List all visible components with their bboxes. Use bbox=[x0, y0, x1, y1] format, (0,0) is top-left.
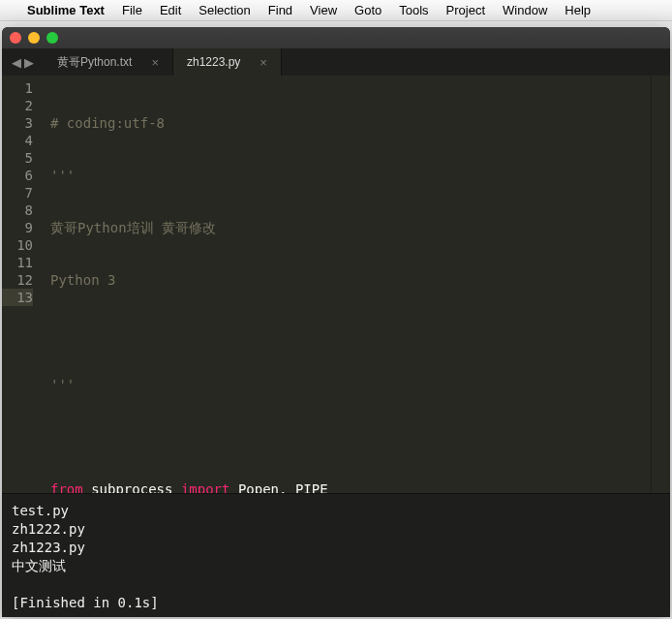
line-number: 4 bbox=[2, 132, 33, 149]
menu-selection[interactable]: Selection bbox=[199, 3, 250, 17]
tab-label: zh1223.py bbox=[187, 55, 240, 69]
code-text: ''' bbox=[50, 168, 75, 183]
code-text: coding:utf-8 bbox=[58, 115, 165, 131]
console-line: zh1222.py bbox=[12, 521, 85, 537]
zoom-window-button[interactable] bbox=[46, 32, 58, 44]
console-line: zh1223.py bbox=[12, 540, 85, 555]
code-text: 黄哥Python培训 黄哥修改 bbox=[50, 220, 216, 235]
tab-file-1[interactable]: 黄哥Python.txt × bbox=[44, 48, 173, 76]
line-number: 5 bbox=[2, 149, 33, 167]
close-tab-icon[interactable]: × bbox=[151, 55, 159, 70]
macos-menubar: Sublime Text File Edit Selection Find Vi… bbox=[0, 0, 672, 21]
window-titlebar[interactable] bbox=[2, 27, 670, 48]
line-number-gutter: 1 2 3 4 5 6 7 8 9 10 11 12 13 bbox=[2, 76, 43, 493]
line-number: 10 bbox=[2, 236, 33, 254]
menu-file[interactable]: File bbox=[122, 3, 142, 17]
minimap[interactable] bbox=[651, 76, 670, 493]
menu-view[interactable]: View bbox=[310, 3, 337, 17]
build-output-panel[interactable]: test.py zh1222.py zh1223.py 中文测试 [Finish… bbox=[2, 493, 670, 617]
line-number: 1 bbox=[2, 79, 33, 97]
menu-edit[interactable]: Edit bbox=[160, 3, 181, 17]
app-menu[interactable]: Sublime Text bbox=[27, 3, 105, 17]
line-number: 11 bbox=[2, 254, 33, 271]
code-area[interactable]: # coding:utf-8 ''' 黄哥Python培训 黄哥修改 Pytho… bbox=[43, 76, 651, 493]
tab-bar: ◀ ▶ 黄哥Python.txt × zh1223.py × bbox=[2, 48, 670, 76]
close-tab-icon[interactable]: × bbox=[260, 55, 267, 70]
code-editor[interactable]: 1 2 3 4 5 6 7 8 9 10 11 12 13 # coding:u… bbox=[2, 76, 670, 493]
menu-find[interactable]: Find bbox=[268, 3, 292, 17]
minimize-window-button[interactable] bbox=[28, 32, 40, 44]
menu-tools[interactable]: Tools bbox=[399, 3, 428, 17]
code-text: subprocess bbox=[83, 481, 181, 493]
nav-back-icon[interactable]: ◀ bbox=[12, 55, 21, 70]
menu-window[interactable]: Window bbox=[503, 3, 547, 17]
menu-help[interactable]: Help bbox=[565, 3, 591, 17]
line-number: 3 bbox=[2, 114, 33, 132]
editor-window: ◀ ▶ 黄哥Python.txt × zh1223.py × 1 2 3 4 5… bbox=[2, 27, 670, 617]
code-text: ''' bbox=[50, 377, 75, 392]
line-number: 6 bbox=[2, 167, 33, 184]
code-text: Python 3 bbox=[50, 272, 115, 288]
console-line: 中文测试 bbox=[12, 558, 66, 573]
line-number: 13 bbox=[2, 289, 33, 306]
console-line: test.py bbox=[12, 503, 69, 518]
line-number: 8 bbox=[2, 201, 33, 219]
menu-goto[interactable]: Goto bbox=[354, 3, 382, 17]
line-number: 9 bbox=[2, 219, 33, 236]
line-number: 7 bbox=[2, 184, 33, 201]
tab-label: 黄哥Python.txt bbox=[57, 54, 132, 71]
nav-forward-icon[interactable]: ▶ bbox=[24, 55, 34, 70]
menu-project[interactable]: Project bbox=[446, 3, 485, 17]
console-line: [Finished in 0.1s] bbox=[12, 595, 159, 610]
line-number: 12 bbox=[2, 271, 33, 289]
line-number: 2 bbox=[2, 97, 33, 114]
tab-file-2[interactable]: zh1223.py × bbox=[173, 48, 282, 76]
close-window-button[interactable] bbox=[10, 32, 21, 44]
code-text: Popen, PIPE bbox=[229, 481, 327, 493]
code-text: from bbox=[50, 481, 83, 493]
code-text: import bbox=[181, 481, 230, 493]
tab-nav-arrows[interactable]: ◀ ▶ bbox=[2, 48, 44, 76]
